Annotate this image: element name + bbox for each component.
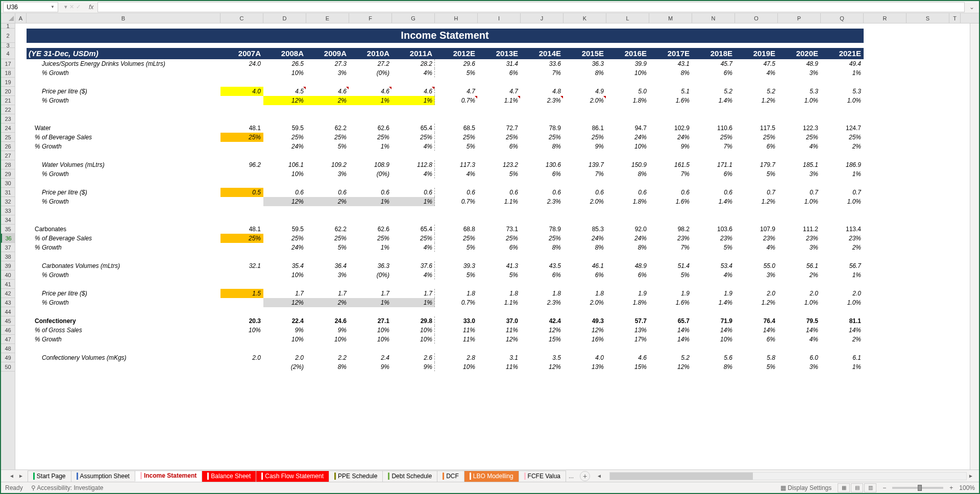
cell-value[interactable]: 1.7 [392,289,435,298]
cell-value[interactable]: 65.7 [649,316,692,326]
row-header[interactable]: 35 [1,225,15,234]
cell-value[interactable]: 8% [306,362,349,372]
cell-value[interactable]: 0.7% [435,298,478,307]
cell-value[interactable]: 12% [521,326,564,335]
cell-value[interactable]: 102.9 [649,124,692,133]
cell-value[interactable]: 8% [564,243,606,252]
cell-value[interactable]: 10% [306,335,349,344]
check-icon[interactable]: ✓ [76,4,81,10]
cell-value[interactable] [220,96,263,105]
cell-value[interactable]: 9% [263,326,306,335]
cell-value[interactable]: 10% [349,326,392,335]
sheet-tab[interactable]: Balance Sheet [202,471,256,482]
cell-value[interactable]: 2% [821,142,864,151]
cell-value[interactable]: 5% [435,142,478,151]
cell-value[interactable]: 4% [735,68,778,78]
row-header[interactable]: 3 [1,43,15,48]
row-header[interactable]: 33 [1,206,15,215]
zoom-out[interactable]: − [883,484,886,491]
cell-value[interactable]: 1.2% [735,298,778,307]
cell-value[interactable]: 5% [478,169,521,179]
cell-value[interactable]: 4% [692,270,735,280]
cell-value[interactable]: 5% [735,362,778,372]
cells[interactable]: Income Statement(YE 31-Dec, USDm)2007A20… [15,23,970,470]
cell-value[interactable]: 17% [606,335,649,344]
cell-value[interactable]: 4% [392,142,435,151]
cell-value[interactable]: 78.9 [521,124,564,133]
cell-value[interactable]: 62.6 [349,124,392,133]
cell-value[interactable]: 10% [606,68,649,78]
cell-value[interactable]: 10% [263,270,306,280]
cell-value[interactable]: 12% [521,362,564,372]
cell-value[interactable]: 1.8 [564,289,606,298]
row-header[interactable]: 34 [1,215,15,225]
cell-value[interactable]: 11% [478,362,521,372]
cell-value[interactable]: 5% [478,270,521,280]
cell-value[interactable]: 5.1 [649,87,692,96]
cell-value[interactable]: 14% [649,326,692,335]
cell-value[interactable]: 2.3% [521,197,564,206]
cell-value[interactable]: 0.6 [349,188,392,197]
cell-value[interactable]: 1.0% [778,197,821,206]
column-header[interactable]: D [263,13,306,23]
cell-value[interactable]: 9% [392,362,435,372]
column-header[interactable]: J [521,13,564,23]
cell-value[interactable]: 113.4 [821,225,864,234]
cell-value[interactable]: 81.1 [821,316,864,326]
cell-value[interactable]: 0.6 [564,188,606,197]
cell-value[interactable]: 12% [263,197,306,206]
cell-value[interactable]: 4.7 [478,87,521,96]
cell-value[interactable]: 78.9 [521,225,564,234]
cell-value[interactable]: 107.9 [735,225,778,234]
row-header[interactable]: 25 [1,133,15,142]
cell-value[interactable]: 24% [263,243,306,252]
cell-value[interactable]: 1.4% [692,298,735,307]
cell-value[interactable]: 22.4 [263,316,306,326]
cell-value[interactable]: 11% [435,326,478,335]
cell-value[interactable]: 33.0 [435,316,478,326]
cell-value[interactable]: 1% [821,169,864,179]
cell-value[interactable]: 103.6 [692,225,735,234]
cell-value[interactable]: 10% [263,169,306,179]
cell-value[interactable]: 14% [821,326,864,335]
cell-value[interactable]: 24% [263,142,306,151]
cell-value[interactable]: 4% [778,142,821,151]
cell-value[interactable]: 1.1% [478,96,521,105]
tab-nav[interactable]: ◄► [5,473,28,479]
cell-value[interactable]: 23% [735,234,778,243]
cell-value[interactable]: 1.2% [735,96,778,105]
sheet-tab[interactable]: FCFE Valua [519,471,566,482]
cell-value[interactable]: 179.7 [735,160,778,169]
cell-value[interactable]: 7% [521,68,564,78]
column-header[interactable]: E [306,13,349,23]
sheet-tab[interactable]: DCF [437,471,464,482]
cell-value[interactable]: 27.2 [349,59,392,68]
cell-value[interactable]: 2% [306,298,349,307]
cell-value[interactable]: 5% [649,270,692,280]
cell-value[interactable]: 41.3 [478,261,521,270]
cell-value[interactable]: 6.1 [821,353,864,362]
chevron-down-icon[interactable]: ▼ [51,5,55,9]
cell-value[interactable]: 86.1 [564,124,606,133]
cell-value[interactable]: 14% [649,335,692,344]
zoom-level[interactable]: 100% [959,484,975,491]
cell-value[interactable]: 33.6 [521,59,564,68]
cell-value[interactable]: 76.4 [735,316,778,326]
cell-value[interactable]: 96.2 [220,160,263,169]
cell-value[interactable]: 29.6 [435,59,478,68]
cell-value[interactable]: 37.6 [392,261,435,270]
row-header[interactable]: 46 [1,326,15,335]
row-header[interactable]: 4 [1,48,15,59]
cell-value[interactable]: 5% [435,243,478,252]
cell-value[interactable]: 25% [778,133,821,142]
row-header[interactable]: 37 [1,243,15,252]
cell-value[interactable]: 186.9 [821,160,864,169]
row-header[interactable]: 20 [1,87,15,96]
zoom-in[interactable]: + [949,484,953,491]
cell-value[interactable]: 3% [306,270,349,280]
cell-value[interactable]: 108.9 [349,160,392,169]
cell-value[interactable]: 122.3 [778,124,821,133]
row-header[interactable]: 28 [1,160,15,169]
cell-value[interactable]: 4% [735,243,778,252]
cell-value[interactable]: 2.4 [349,353,392,362]
